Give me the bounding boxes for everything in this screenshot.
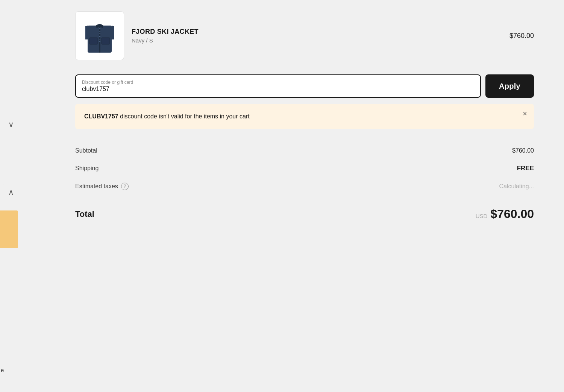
taxes-label-text: Estimated taxes [75, 183, 118, 190]
product-info: FJORD SKI JACKET Navy / S [132, 28, 502, 44]
svg-rect-5 [99, 36, 100, 37]
subtotal-value: $760.00 [512, 147, 534, 154]
nav-chevron-down[interactable]: ∨ [3, 117, 19, 132]
total-row: Total USD $760.00 [75, 200, 534, 221]
summary-divider [75, 197, 534, 197]
svg-rect-7 [99, 41, 100, 42]
order-summary: Subtotal $760.00 Shipping FREE Estimated… [75, 142, 534, 221]
discount-input-label: Discount code or gift card [82, 80, 474, 85]
taxes-row: Estimated taxes ? Calculating... [75, 177, 534, 195]
error-close-button[interactable]: × [523, 110, 527, 117]
total-currency: USD [476, 213, 488, 219]
discount-section: Discount code or gift card Apply [75, 74, 534, 98]
svg-rect-6 [99, 39, 100, 39]
svg-rect-2 [99, 28, 100, 29]
error-banner: CLUBV1757 discount code isn't valid for … [75, 104, 534, 129]
error-suffix: discount code isn't valid for the items … [118, 113, 250, 120]
error-code: CLUBV1757 [84, 113, 118, 120]
discount-code-input[interactable] [82, 86, 474, 92]
product-row: FJORD SKI JACKET Navy / S $760.00 [75, 4, 534, 71]
chevron-down-icon: ∨ [8, 120, 14, 129]
product-name: FJORD SKI JACKET [132, 28, 502, 36]
error-message: CLUBV1757 discount code isn't valid for … [84, 112, 515, 121]
discount-input-wrapper[interactable]: Discount code or gift card [75, 74, 481, 98]
taxes-question-icon[interactable]: ? [121, 183, 129, 190]
total-label: Total [75, 209, 94, 219]
apply-button[interactable]: Apply [485, 74, 534, 98]
orange-accent-block [0, 210, 18, 248]
product-variant: Navy / S [132, 37, 502, 44]
svg-rect-8 [89, 38, 98, 44]
subtotal-row: Subtotal $760.00 [75, 142, 534, 159]
product-image-svg [85, 15, 115, 56]
edge-text: e [1, 367, 4, 373]
taxes-value: Calculating... [499, 183, 534, 190]
product-image [75, 11, 124, 60]
svg-rect-3 [99, 31, 100, 32]
svg-rect-9 [102, 38, 110, 44]
total-amount: $760.00 [490, 207, 534, 221]
shipping-row: Shipping FREE [75, 159, 534, 177]
chevron-up-icon: ∧ [8, 188, 14, 197]
shipping-value: FREE [517, 165, 534, 172]
svg-rect-4 [99, 33, 100, 34]
product-price: $760.00 [509, 32, 534, 40]
nav-chevron-up[interactable]: ∧ [3, 184, 19, 200]
subtotal-label: Subtotal [75, 147, 97, 154]
taxes-label-wrapper: Estimated taxes ? [75, 183, 129, 190]
total-value-group: USD $760.00 [476, 207, 534, 221]
shipping-label: Shipping [75, 165, 99, 172]
